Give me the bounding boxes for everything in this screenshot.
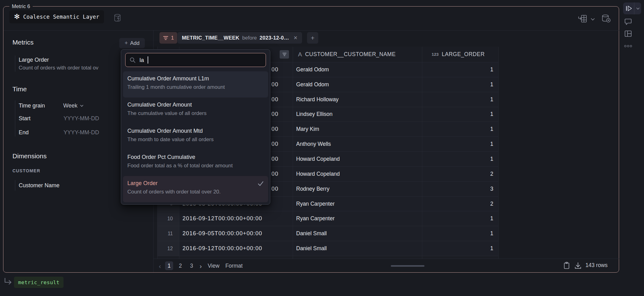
filter-field: METRIC_TIME__WEEK xyxy=(182,35,239,41)
cell-customer-name[interactable]: Howard Copeland xyxy=(293,152,422,167)
split-panel-icon[interactable] xyxy=(624,30,632,38)
filter-count-chip[interactable]: 1 xyxy=(159,32,177,44)
chevron-down-icon[interactable] xyxy=(590,18,595,21)
footer-divider xyxy=(154,259,619,259)
format-button[interactable]: Format xyxy=(225,263,243,269)
cell-customer-name[interactable]: Daniel Small xyxy=(293,226,422,241)
cell-large-order[interactable]: 2 xyxy=(422,197,499,212)
metric-item-title[interactable]: Large Order xyxy=(19,56,49,64)
table-stub-row xyxy=(158,256,499,259)
end-date-field[interactable]: YYYY-MM-DD xyxy=(64,129,99,136)
dimension-item-marker xyxy=(15,180,15,191)
dropdown-item-title: Large Order xyxy=(127,179,158,187)
cell-customer-name[interactable]: Richard Holloway xyxy=(293,92,422,107)
time-grain-value: Week xyxy=(63,102,78,109)
start-date-field[interactable]: YYYY-MM-DD xyxy=(64,115,99,122)
dropdown-item-title: Food Order Pct Cumulative xyxy=(127,153,195,161)
result-table-name-badge: metric_result xyxy=(14,277,64,288)
cell-large-order[interactable]: 2 xyxy=(422,167,499,182)
dropdown-item-description: Count of orders with order total over 20… xyxy=(127,188,264,196)
dropdown-item[interactable]: Cumulative Order Amount Mtd The month to… xyxy=(123,124,268,150)
cell-customer-name[interactable]: Ryan Carpenter xyxy=(293,197,422,212)
pagination: ‹ 123 › View Format xyxy=(159,261,243,270)
add-metric-button[interactable]: + Add xyxy=(119,38,145,48)
cell-metric-time[interactable]: 2016-09-12T00:00:00+00:00 xyxy=(179,211,293,226)
large-order-column-header[interactable]: 123 LARGE_ORDER xyxy=(422,47,499,62)
text-type-icon: A xyxy=(298,51,302,58)
run-options-chevron-icon[interactable] xyxy=(634,2,641,14)
cell-customer-name[interactable]: Rodney Berry xyxy=(293,182,422,197)
cell-customer-name[interactable]: Howard Copeland xyxy=(293,167,422,182)
page-button[interactable]: 3 xyxy=(187,261,196,270)
end-label: End xyxy=(19,129,29,136)
panel-legend: Metric 6 xyxy=(9,3,33,10)
horizontal-scrollbar[interactable] xyxy=(391,265,424,267)
column-filter-icon[interactable] xyxy=(280,50,289,59)
dropdown-item[interactable]: Food Order Pct Cumulative Food order tot… xyxy=(123,150,268,176)
metric-search-input[interactable]: la xyxy=(125,53,266,67)
cell-customer-name[interactable]: Anthony Wells xyxy=(293,137,422,152)
dropdown-item[interactable]: Large Order Count of orders with order t… xyxy=(123,176,268,202)
search-input-value: la xyxy=(140,57,144,64)
next-page-icon[interactable]: › xyxy=(200,263,202,269)
dropdown-item[interactable]: Cumulative Order Ammount L1m Trailing 1 … xyxy=(123,71,268,98)
cell-large-order[interactable]: 1 xyxy=(422,226,499,241)
insert-into-table-icon[interactable] xyxy=(578,14,587,23)
previous-page-icon[interactable]: ‹ xyxy=(159,263,161,269)
row-count-label: 143 rows xyxy=(585,262,608,269)
dimension-item-customer-name[interactable]: Customer Name xyxy=(19,182,59,189)
download-icon[interactable] xyxy=(574,262,582,269)
cell-large-order[interactable]: 1 xyxy=(422,122,499,137)
run-button[interactable] xyxy=(623,2,634,14)
cell-large-order[interactable]: 1 xyxy=(422,211,499,226)
page-button[interactable]: 1 xyxy=(165,261,173,270)
database-preview-icon[interactable] xyxy=(601,14,612,24)
metric-item-marker xyxy=(15,55,15,72)
close-icon[interactable]: ✕ xyxy=(293,35,297,41)
cell-customer-name[interactable]: Ryan Carpenter xyxy=(293,211,422,226)
comments-icon[interactable] xyxy=(624,17,632,26)
cell-customer-name[interactable]: Mary Kim xyxy=(293,122,422,137)
filter-count: 1 xyxy=(171,35,174,41)
cell-large-order[interactable]: 1 xyxy=(422,77,499,92)
metric-item-description: Count of orders with order total ov xyxy=(19,64,98,72)
add-button-label: Add xyxy=(130,40,140,46)
dimension-group-label: CUSTOMER xyxy=(12,168,40,173)
cell-large-order[interactable]: 1 xyxy=(422,241,499,256)
cell-large-order[interactable]: 1 xyxy=(422,152,499,167)
time-grain-label: Time grain xyxy=(19,102,45,109)
cell-customer-name[interactable]: Daniel Small xyxy=(293,241,422,256)
page-button[interactable]: 2 xyxy=(176,261,184,270)
cell-metric-time[interactable]: 2016-09-12T00:00:00+00:00 xyxy=(179,241,293,256)
dropdown-item-description: Food order total as a % of total order a… xyxy=(127,162,264,169)
metrics-heading: Metrics xyxy=(12,38,34,47)
more-options-icon[interactable] xyxy=(624,44,632,48)
cell-metric-time[interactable]: 2016-09-05T00:00:00+00:00 xyxy=(179,226,293,241)
dropdown-item-description: Trailing 1 month cumulative order amount xyxy=(127,84,264,91)
metric-dropdown: la Cumulative Order Ammount L1m Trailing… xyxy=(121,49,270,205)
cell-large-order[interactable]: 1 xyxy=(422,137,499,152)
check-icon xyxy=(258,181,264,186)
dropdown-item[interactable]: Cumulative Order Amount The cumulative v… xyxy=(123,98,268,124)
customer-name-column-header[interactable]: A CUSTOMER__CUSTOMER_NAME xyxy=(293,47,422,62)
table-row: 10 2016-09-12T00:00:00+00:00 Ryan Carpen… xyxy=(158,211,499,226)
search-icon xyxy=(130,57,136,63)
filter-operator: before xyxy=(242,35,257,41)
view-button[interactable]: View xyxy=(208,263,220,269)
filter-chip[interactable]: METRIC_TIME__WEEK before 2023-12-0… ✕ xyxy=(178,32,302,44)
cell-large-order[interactable]: 1 xyxy=(422,62,499,77)
cell-large-order[interactable]: 3 xyxy=(422,182,499,197)
filter-value: 2023-12-0… xyxy=(260,35,289,41)
cell-customer-name[interactable]: Gerald Odom xyxy=(293,62,422,77)
chevron-down-icon xyxy=(80,105,83,107)
cell-large-order[interactable]: 1 xyxy=(422,107,499,122)
add-filter-button[interactable]: + xyxy=(307,32,318,44)
database-edit-icon[interactable] xyxy=(113,13,123,23)
cell-customer-name[interactable]: Gerald Odom xyxy=(293,77,422,92)
app-root: Metric 6 ✻ Coalesce Semantic Layer xyxy=(0,0,644,296)
page-numbers: 123 xyxy=(165,261,196,270)
time-grain-select[interactable]: Week xyxy=(63,102,83,109)
cell-customer-name[interactable]: Lindsey Ellison xyxy=(293,107,422,122)
cell-large-order[interactable]: 1 xyxy=(422,92,499,107)
copy-icon[interactable] xyxy=(563,261,571,270)
